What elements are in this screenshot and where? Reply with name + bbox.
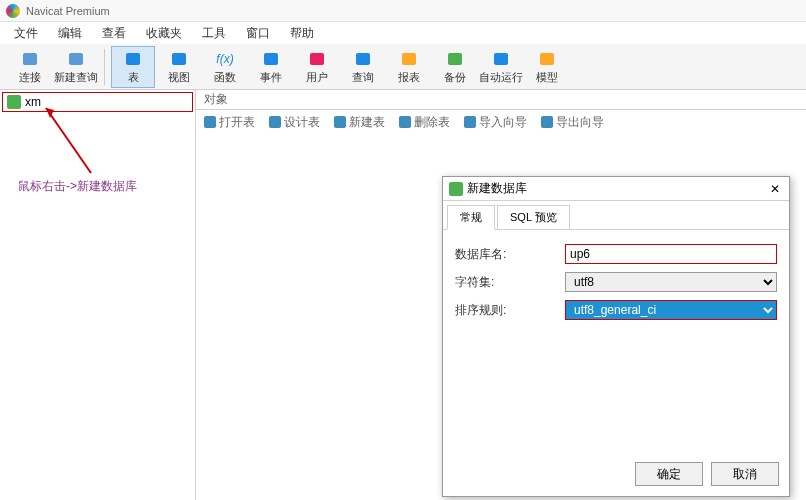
close-icon[interactable]: ✕ xyxy=(767,182,783,196)
svg-rect-1 xyxy=(69,53,83,65)
tool-label: 事件 xyxy=(260,70,282,85)
dialog-body: 数据库名: 字符集: utf8 排序规则: utf8_general_ci xyxy=(443,230,789,456)
新建查询-icon xyxy=(66,49,86,69)
action-icon xyxy=(204,116,216,128)
action-icon xyxy=(464,116,476,128)
svg-line-11 xyxy=(46,108,91,173)
tool-报表[interactable]: 报表 xyxy=(387,46,431,88)
charset-select[interactable]: utf8 xyxy=(565,272,777,292)
svg-rect-6 xyxy=(356,53,370,65)
tool-label: 备份 xyxy=(444,70,466,85)
svg-rect-3 xyxy=(172,53,186,65)
collation-label: 排序规则: xyxy=(455,302,565,319)
action-导出向导[interactable]: 导出向导 xyxy=(541,114,604,131)
tab-sql-preview[interactable]: SQL 预览 xyxy=(497,205,570,229)
tab-general[interactable]: 常规 xyxy=(447,205,495,230)
tool-函数[interactable]: f(x)函数 xyxy=(203,46,247,88)
action-bar: 打开表设计表新建表删除表导入向导导出向导 xyxy=(196,110,806,134)
arrow-icon xyxy=(36,98,116,178)
action-icon xyxy=(541,116,553,128)
tool-label: 查询 xyxy=(352,70,374,85)
db-name-label: 数据库名: xyxy=(455,246,565,263)
连接-icon xyxy=(20,49,40,69)
ok-button[interactable]: 确定 xyxy=(635,462,703,486)
action-icon xyxy=(334,116,346,128)
object-tab[interactable]: 对象 xyxy=(196,90,806,110)
tool-label: 用户 xyxy=(306,70,328,85)
cancel-button[interactable]: 取消 xyxy=(711,462,779,486)
svg-rect-7 xyxy=(402,53,416,65)
menu-tools[interactable]: 工具 xyxy=(194,23,234,44)
用户-icon xyxy=(307,49,327,69)
database-icon xyxy=(449,182,463,196)
dialog-title-text: 新建数据库 xyxy=(467,180,527,197)
window-title: Navicat Premium xyxy=(26,5,110,17)
tool-label: 新建查询 xyxy=(54,70,98,85)
toolbar: 连接新建查询表视图f(x)函数事件用户查询报表备份自动运行模型 xyxy=(0,44,806,90)
annotation-left: 鼠标右击->新建数据库 xyxy=(18,178,137,195)
action-新建表[interactable]: 新建表 xyxy=(334,114,385,131)
tool-连接[interactable]: 连接 xyxy=(8,46,52,88)
自动运行-icon xyxy=(491,49,511,69)
action-设计表[interactable]: 设计表 xyxy=(269,114,320,131)
menu-edit[interactable]: 编辑 xyxy=(50,23,90,44)
menu-view[interactable]: 查看 xyxy=(94,23,134,44)
查询-icon xyxy=(353,49,373,69)
tool-表[interactable]: 表 xyxy=(111,46,155,88)
collation-select[interactable]: utf8_general_ci xyxy=(565,300,777,320)
action-导入向导[interactable]: 导入向导 xyxy=(464,114,527,131)
函数-icon: f(x) xyxy=(215,49,235,69)
menu-bar: 文件 编辑 查看 收藏夹 工具 窗口 帮助 xyxy=(0,22,806,44)
svg-rect-8 xyxy=(448,53,462,65)
tool-label: 模型 xyxy=(536,70,558,85)
报表-icon xyxy=(399,49,419,69)
action-icon xyxy=(399,116,411,128)
charset-label: 字符集: xyxy=(455,274,565,291)
tool-label: 报表 xyxy=(398,70,420,85)
action-删除表[interactable]: 删除表 xyxy=(399,114,450,131)
menu-file[interactable]: 文件 xyxy=(6,23,46,44)
new-database-dialog: 新建数据库 ✕ 常规 SQL 预览 数据库名: 字符集: utf8 排序规则: … xyxy=(442,176,790,497)
database-icon xyxy=(7,95,21,109)
menu-help[interactable]: 帮助 xyxy=(282,23,322,44)
dialog-footer: 确定 取消 xyxy=(443,456,789,496)
app-logo-icon xyxy=(6,4,20,18)
svg-rect-5 xyxy=(310,53,324,65)
tool-label: 自动运行 xyxy=(479,70,523,85)
tool-查询[interactable]: 查询 xyxy=(341,46,385,88)
tool-label: 视图 xyxy=(168,70,190,85)
tool-自动运行[interactable]: 自动运行 xyxy=(479,46,523,88)
svg-rect-4 xyxy=(264,53,278,65)
svg-rect-9 xyxy=(494,53,508,65)
svg-rect-0 xyxy=(23,53,37,65)
db-name-input[interactable] xyxy=(565,244,777,264)
tool-事件[interactable]: 事件 xyxy=(249,46,293,88)
svg-rect-2 xyxy=(126,53,140,65)
tool-备份[interactable]: 备份 xyxy=(433,46,477,88)
title-bar: Navicat Premium xyxy=(0,0,806,22)
tool-模型[interactable]: 模型 xyxy=(525,46,569,88)
模型-icon xyxy=(537,49,557,69)
视图-icon xyxy=(169,49,189,69)
tool-用户[interactable]: 用户 xyxy=(295,46,339,88)
备份-icon xyxy=(445,49,465,69)
dialog-titlebar: 新建数据库 ✕ xyxy=(443,177,789,201)
svg-rect-10 xyxy=(540,53,554,65)
表-icon xyxy=(123,49,143,69)
action-打开表[interactable]: 打开表 xyxy=(204,114,255,131)
menu-favorites[interactable]: 收藏夹 xyxy=(138,23,190,44)
事件-icon xyxy=(261,49,281,69)
tool-label: 表 xyxy=(128,70,139,85)
tool-视图[interactable]: 视图 xyxy=(157,46,201,88)
dialog-tabs: 常规 SQL 预览 xyxy=(443,201,789,230)
tool-新建查询[interactable]: 新建查询 xyxy=(54,46,98,88)
action-icon xyxy=(269,116,281,128)
tool-label: 函数 xyxy=(214,70,236,85)
menu-window[interactable]: 窗口 xyxy=(238,23,278,44)
tool-label: 连接 xyxy=(19,70,41,85)
